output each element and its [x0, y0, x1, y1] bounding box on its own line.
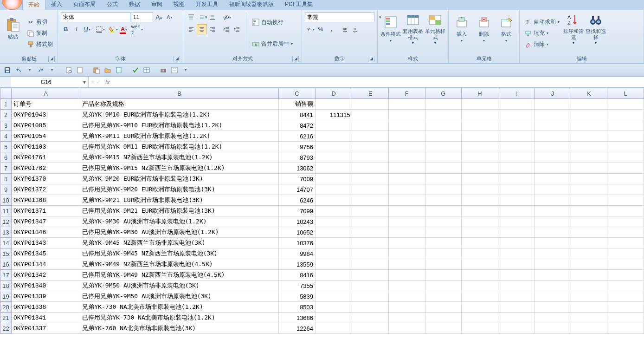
cell[interactable]: 产品名称及规格: [80, 99, 278, 110]
col-header-D[interactable]: D: [316, 88, 352, 99]
cell[interactable]: [571, 248, 607, 259]
format-painter-button[interactable]: 格式刷: [25, 39, 55, 50]
cell[interactable]: [535, 206, 571, 216]
cell[interactable]: [462, 142, 498, 152]
cell[interactable]: [607, 281, 644, 291]
cell[interactable]: [352, 323, 389, 334]
cell[interactable]: 兄弟YK-760 NA北美市场非原装电池(3K): [80, 323, 278, 334]
cell[interactable]: 10376: [278, 238, 315, 248]
col-header-E[interactable]: E: [352, 88, 389, 99]
cell[interactable]: 已停用兄弟YK-9M11 EUR欧洲市场原装电池(1.2K): [80, 142, 278, 152]
cell[interactable]: [462, 184, 498, 195]
tab-8[interactable]: 福昕阅读器喇叭版: [224, 0, 279, 10]
cell[interactable]: OKYP01341: [11, 313, 80, 323]
save-icon[interactable]: [3, 65, 12, 75]
italic-button[interactable]: I: [71, 24, 82, 34]
cell[interactable]: OKYP01338: [11, 302, 80, 313]
format-cells-button[interactable]: 格式▾: [496, 12, 516, 46]
cell[interactable]: 14707: [278, 184, 315, 195]
cell[interactable]: 已停用兄弟YK-9M21 EUR欧洲市场原装电池(3K): [80, 206, 278, 216]
cell[interactable]: [425, 259, 462, 270]
cell[interactable]: [607, 238, 644, 248]
cell[interactable]: [425, 163, 462, 174]
insert-cells-button[interactable]: 插入▾: [451, 12, 472, 46]
cell[interactable]: 13559: [278, 259, 315, 270]
align-bottom-button[interactable]: [207, 12, 218, 22]
col-header-H[interactable]: H: [462, 88, 498, 99]
cell[interactable]: OKYP01371: [11, 206, 80, 216]
cell[interactable]: [498, 248, 534, 259]
camera-icon[interactable]: [159, 65, 168, 75]
cell[interactable]: [352, 291, 389, 302]
cell[interactable]: [535, 248, 571, 259]
cell[interactable]: [389, 238, 425, 248]
cell[interactable]: [498, 110, 534, 120]
fill-color-button[interactable]: [108, 24, 118, 34]
cell[interactable]: [571, 110, 607, 120]
cell[interactable]: 兄弟YK-9M15 NZ新西兰市场非原装电池(1.2K): [80, 152, 278, 163]
cell[interactable]: [352, 152, 389, 163]
cell[interactable]: [498, 281, 534, 291]
paste-button[interactable]: 粘贴: [3, 12, 23, 46]
redo-icon[interactable]: [36, 65, 45, 75]
cell[interactable]: [498, 195, 534, 206]
cell[interactable]: [316, 99, 352, 110]
cell[interactable]: [389, 142, 425, 152]
cell[interactable]: [498, 323, 534, 334]
cell[interactable]: [389, 184, 425, 195]
cell[interactable]: [571, 120, 607, 131]
paste-icon[interactable]: [92, 65, 101, 75]
row-header[interactable]: 16: [0, 259, 12, 270]
cell[interactable]: 兄弟YK-9M45 NZ新西兰市场非原装电池(3K): [80, 238, 278, 248]
cell[interactable]: [425, 184, 462, 195]
cell[interactable]: 7355: [278, 281, 315, 291]
cell[interactable]: [352, 313, 389, 323]
cell[interactable]: [352, 238, 389, 248]
row-header[interactable]: 12: [0, 216, 12, 227]
cell[interactable]: [425, 110, 462, 120]
cell[interactable]: [352, 120, 389, 131]
col-header-G[interactable]: G: [425, 88, 462, 99]
cell[interactable]: [607, 291, 644, 302]
cell[interactable]: [607, 184, 644, 195]
cell[interactable]: 已停用兄弟YK-9M20 EUR欧洲市场原装电池(3K): [80, 184, 278, 195]
cell[interactable]: [571, 152, 607, 163]
cell[interactable]: [425, 281, 462, 291]
cell[interactable]: OKYP01345: [11, 248, 80, 259]
cell[interactable]: [607, 227, 644, 238]
cell[interactable]: [316, 259, 352, 270]
accept-formula-icon[interactable]: ✓: [96, 79, 101, 85]
cell[interactable]: [316, 216, 352, 227]
office-button[interactable]: [2, 0, 22, 10]
col-header-A[interactable]: A: [11, 88, 80, 99]
row-header[interactable]: 1: [0, 99, 12, 110]
select-all-corner[interactable]: [0, 88, 12, 99]
cell[interactable]: OKYP01343: [11, 238, 80, 248]
accounting-format-button[interactable]: ￥: [305, 24, 315, 34]
cell[interactable]: OKYP01762: [11, 163, 80, 174]
tab-1[interactable]: 插入: [45, 0, 68, 10]
cell[interactable]: [425, 238, 462, 248]
cell[interactable]: [425, 323, 462, 334]
cell[interactable]: 兄弟YK-9M30 AU澳洲市场非原装电池(1.2K): [80, 216, 278, 227]
tab-7[interactable]: 开发工具: [190, 0, 224, 10]
cell[interactable]: [607, 195, 644, 206]
cell[interactable]: [462, 99, 498, 110]
cell[interactable]: [462, 281, 498, 291]
cell[interactable]: [462, 163, 498, 174]
cell[interactable]: [535, 110, 571, 120]
cell[interactable]: [389, 270, 425, 281]
cell[interactable]: [607, 163, 644, 174]
cell[interactable]: 5839: [278, 291, 315, 302]
cell[interactable]: [462, 120, 498, 131]
cell[interactable]: [535, 163, 571, 174]
cell[interactable]: [462, 313, 498, 323]
cell[interactable]: [389, 323, 425, 334]
cell[interactable]: [316, 120, 352, 131]
col-header-K[interactable]: K: [571, 88, 607, 99]
cell[interactable]: [607, 313, 644, 323]
cell[interactable]: [535, 99, 571, 110]
cell[interactable]: [535, 323, 571, 334]
cell[interactable]: [389, 163, 425, 174]
cell[interactable]: [462, 270, 498, 281]
